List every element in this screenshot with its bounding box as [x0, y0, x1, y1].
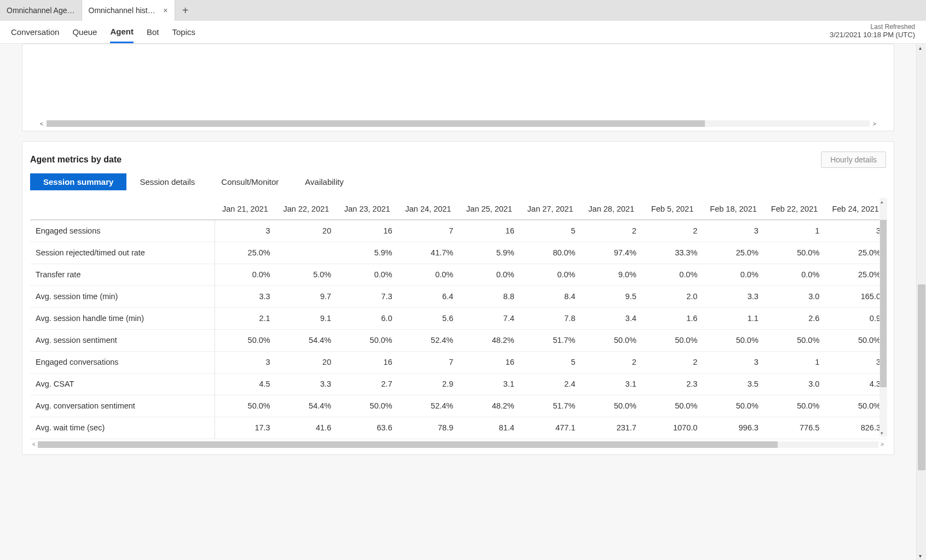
cell: 7.8	[520, 307, 581, 329]
cell: 3.4	[581, 307, 642, 329]
scroll-right-icon[interactable]: >	[871, 120, 878, 127]
cell: 2.3	[642, 373, 703, 395]
hscroll-track[interactable]	[38, 441, 878, 448]
inner-tab-session-summary[interactable]: Session summary	[30, 173, 126, 190]
cell: 3.0	[764, 373, 825, 395]
cell: 5.6	[398, 307, 459, 329]
hscroll-track[interactable]	[47, 120, 870, 127]
row-label: Engaged sessions	[30, 220, 215, 242]
cell: 5	[520, 351, 581, 373]
report-nav: Conversation Queue Agent Bot Topics Last…	[0, 21, 926, 44]
table-vscroll[interactable]: ▴ ▾	[879, 198, 887, 437]
cell: 50.0%	[337, 395, 398, 417]
cell: 0.0%	[642, 264, 703, 285]
cell: 50.0%	[581, 395, 642, 417]
cell: 50.0%	[764, 395, 825, 417]
row-label: Session rejected/timed out rate	[30, 242, 215, 264]
cell: 52.4%	[398, 395, 459, 417]
cell: 9.5	[581, 285, 642, 307]
cell: 4.5	[215, 373, 276, 395]
scroll-up-icon[interactable]: ▴	[881, 199, 883, 205]
upper-card-hscroll[interactable]: < >	[38, 120, 878, 127]
cell: 3	[215, 220, 276, 242]
cell: 9.7	[276, 285, 337, 307]
col-header[interactable]: Jan 27, 2021	[520, 198, 581, 220]
cell: 2	[642, 351, 703, 373]
col-header[interactable]: Feb 24, 2021	[825, 198, 886, 220]
hourly-details-button[interactable]: Hourly details	[821, 151, 886, 168]
table-hscroll[interactable]: < >	[30, 440, 886, 449]
table-header-row: Jan 21, 2021 Jan 22, 2021 Jan 23, 2021 J…	[30, 198, 886, 220]
cell	[276, 242, 337, 264]
scroll-down-icon[interactable]: ▾	[881, 430, 883, 436]
row-label: Avg. session sentiment	[30, 329, 215, 351]
scroll-up-icon[interactable]: ▴	[919, 45, 922, 51]
cell: 16	[337, 351, 398, 373]
scroll-left-icon[interactable]: <	[30, 441, 38, 447]
col-header[interactable]: Jan 28, 2021	[581, 198, 642, 220]
cell: 1070.0	[642, 417, 703, 439]
cell: 50.0%	[215, 329, 276, 351]
col-header[interactable]: Jan 25, 2021	[459, 198, 520, 220]
table-row: Engaged sessions32016716522313	[30, 220, 886, 242]
new-tab-button[interactable]: +	[175, 0, 196, 21]
last-refreshed-value: 3/21/2021 10:18 PM (UTC)	[830, 31, 915, 39]
cell: 0.9	[825, 307, 886, 329]
cell: 50.0%	[642, 329, 703, 351]
cell: 1	[764, 220, 825, 242]
close-icon[interactable]: ×	[163, 6, 167, 15]
table-row: Avg. session handle time (min)2.19.16.05…	[30, 307, 886, 329]
col-header[interactable]: Feb 22, 2021	[764, 198, 825, 220]
cell: 50.0%	[764, 329, 825, 351]
col-header[interactable]: Jan 22, 2021	[276, 198, 337, 220]
cell: 7.4	[459, 307, 520, 329]
scroll-down-icon[interactable]: ▾	[919, 553, 922, 559]
vscroll-thumb[interactable]	[880, 220, 887, 387]
cell: 41.7%	[398, 242, 459, 264]
hscroll-thumb[interactable]	[47, 120, 705, 127]
col-header[interactable]: Jan 23, 2021	[337, 198, 398, 220]
cell: 50.0%	[215, 395, 276, 417]
table-row: Engaged conversations32016716522313	[30, 351, 886, 373]
page-vscroll[interactable]: ▴ ▾	[916, 44, 926, 560]
col-header[interactable]: Feb 18, 2021	[703, 198, 764, 220]
cell: 3	[825, 351, 886, 373]
inner-tab-session-details[interactable]: Session details	[126, 173, 208, 190]
col-header[interactable]: Feb 5, 2021	[642, 198, 703, 220]
cell: 48.2%	[459, 395, 520, 417]
nav-agent[interactable]: Agent	[110, 21, 134, 43]
inner-tab-consult-monitor[interactable]: Consult/Monitor	[208, 173, 292, 190]
cell: 3.3	[276, 373, 337, 395]
tab-omnichannel-agent[interactable]: Omnichannel Age…	[0, 0, 82, 21]
nav-bot[interactable]: Bot	[147, 22, 159, 42]
col-header[interactable]: Jan 24, 2021	[398, 198, 459, 220]
cell: 50.0%	[703, 329, 764, 351]
scroll-left-icon[interactable]: <	[38, 120, 45, 127]
agent-metrics-card: Agent metrics by date Hourly details Ses…	[22, 141, 894, 455]
cell: 3	[215, 351, 276, 373]
nav-queue[interactable]: Queue	[72, 22, 97, 42]
nav-topics[interactable]: Topics	[172, 22, 195, 42]
metrics-table-wrap: Jan 21, 2021 Jan 22, 2021 Jan 23, 2021 J…	[30, 198, 886, 449]
cell: 25.0%	[825, 264, 886, 285]
cell: 54.4%	[276, 329, 337, 351]
table-row: Session rejected/timed out rate25.0%5.9%…	[30, 242, 886, 264]
cell: 4.3	[825, 373, 886, 395]
page-vscroll-thumb[interactable]	[918, 284, 925, 470]
cell: 6.4	[398, 285, 459, 307]
nav-conversation[interactable]: Conversation	[11, 22, 59, 42]
cell: 3.1	[459, 373, 520, 395]
cell: 2.1	[215, 307, 276, 329]
cell: 3.5	[703, 373, 764, 395]
cell: 9.1	[276, 307, 337, 329]
row-label: Avg. CSAT	[30, 373, 215, 395]
cell: 25.0%	[703, 242, 764, 264]
cell: 2	[581, 220, 642, 242]
col-header[interactable]: Jan 21, 2021	[215, 198, 276, 220]
row-label: Avg. session time (min)	[30, 285, 215, 307]
scroll-right-icon[interactable]: >	[878, 441, 886, 447]
hscroll-thumb[interactable]	[38, 441, 778, 448]
inner-tab-availability[interactable]: Availability	[292, 173, 357, 190]
cell: 0.0%	[764, 264, 825, 285]
tab-omnichannel-historical[interactable]: Omnichannel historical an… ×	[82, 0, 175, 21]
